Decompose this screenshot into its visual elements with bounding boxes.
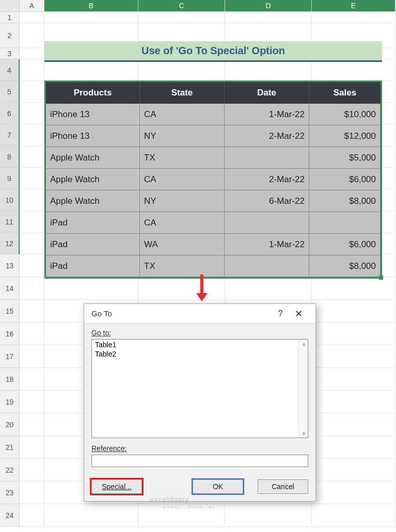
- col-header-B[interactable]: B: [44, 0, 138, 11]
- cell-date[interactable]: 1-Mar-22: [225, 234, 309, 255]
- cell-state[interactable]: TX: [140, 147, 225, 169]
- row-header-3[interactable]: 3: [0, 48, 20, 59]
- row-header-1[interactable]: 1: [0, 12, 20, 23]
- col-header-E[interactable]: E: [312, 0, 395, 11]
- cell-product[interactable]: Apple Watch: [46, 190, 140, 212]
- cell[interactable]: [20, 345, 44, 368]
- col-header-A[interactable]: A: [20, 0, 44, 11]
- col-header-D[interactable]: D: [225, 0, 312, 11]
- cell[interactable]: [20, 368, 44, 391]
- cell[interactable]: [312, 300, 395, 323]
- col-header-C[interactable]: C: [138, 0, 225, 11]
- cell[interactable]: [44, 59, 138, 81]
- list-item[interactable]: Table2: [95, 350, 305, 359]
- cell-product[interactable]: iPhone 13: [46, 104, 140, 125]
- dialog-titlebar[interactable]: Go To ? ✕: [84, 304, 315, 324]
- cell[interactable]: [20, 323, 44, 345]
- cell-product[interactable]: iPhone 13: [46, 125, 140, 147]
- cell-state[interactable]: CA: [140, 104, 225, 125]
- cell-date[interactable]: 1-Mar-22: [225, 104, 309, 125]
- cell[interactable]: [20, 12, 44, 23]
- cell[interactable]: [312, 481, 395, 504]
- cell[interactable]: [20, 189, 44, 211]
- row-header-11[interactable]: 11: [0, 211, 20, 233]
- cell[interactable]: [44, 504, 138, 527]
- row-header-22[interactable]: 22: [0, 459, 20, 481]
- cell[interactable]: [312, 59, 395, 81]
- cell[interactable]: [20, 23, 44, 48]
- row-header-8[interactable]: 8: [0, 146, 20, 168]
- cancel-button[interactable]: Cancel: [258, 479, 308, 494]
- cell[interactable]: [225, 277, 312, 300]
- cell-state[interactable]: CA: [140, 169, 225, 190]
- cell-sales[interactable]: $12,000: [309, 125, 381, 147]
- cell[interactable]: [20, 391, 44, 413]
- cell[interactable]: [312, 345, 395, 368]
- row-header-23[interactable]: 23: [0, 481, 20, 504]
- select-all-corner[interactable]: [0, 0, 20, 11]
- special-button[interactable]: Special...: [91, 479, 142, 494]
- cell-sales[interactable]: $6,000: [309, 234, 381, 255]
- cell[interactable]: [20, 277, 44, 300]
- cell-product[interactable]: iPad: [46, 212, 140, 234]
- cell[interactable]: [138, 59, 225, 81]
- row-header-5[interactable]: 5: [0, 81, 20, 103]
- ok-button[interactable]: OK: [193, 479, 243, 494]
- cell[interactable]: [20, 233, 44, 254]
- cell-sales[interactable]: $5,000: [309, 147, 381, 169]
- cell-product[interactable]: iPad: [46, 234, 140, 255]
- cell[interactable]: [20, 504, 44, 527]
- cell[interactable]: [20, 168, 44, 189]
- cell[interactable]: [20, 103, 44, 124]
- cell[interactable]: [44, 277, 138, 300]
- cell[interactable]: [20, 48, 44, 59]
- cell[interactable]: [312, 323, 395, 345]
- scrollbar[interactable]: ∧ ∨: [298, 340, 308, 438]
- row-header-2[interactable]: 2: [0, 23, 20, 48]
- cell[interactable]: [312, 12, 395, 23]
- cell-product[interactable]: iPad: [46, 255, 140, 277]
- cell[interactable]: [225, 12, 312, 23]
- goto-listbox[interactable]: Table1 Table2 ∧ ∨: [91, 339, 308, 438]
- cell-date[interactable]: [225, 212, 309, 234]
- row-header-14[interactable]: 14: [0, 277, 20, 300]
- row-header-20[interactable]: 20: [0, 413, 20, 436]
- cell-state[interactable]: NY: [140, 190, 225, 212]
- cell[interactable]: [20, 81, 44, 103]
- cell[interactable]: [312, 504, 395, 527]
- cell[interactable]: [20, 254, 44, 277]
- cell[interactable]: [225, 504, 312, 527]
- cell-state[interactable]: CA: [140, 212, 225, 234]
- cell-sales[interactable]: $6,000: [309, 169, 381, 190]
- cell-product[interactable]: Apple Watch: [46, 169, 140, 190]
- cell-sales[interactable]: [309, 212, 381, 234]
- close-icon[interactable]: ✕: [289, 306, 308, 321]
- row-header-18[interactable]: 18: [0, 368, 20, 391]
- chevron-down-icon[interactable]: ∨: [299, 428, 308, 438]
- cell-date[interactable]: 6-Mar-22: [225, 190, 309, 212]
- row-header-19[interactable]: 19: [0, 391, 20, 413]
- row-header-17[interactable]: 17: [0, 345, 20, 368]
- cell[interactable]: [20, 300, 44, 323]
- cell-date[interactable]: 2-Mar-22: [225, 125, 309, 147]
- cell[interactable]: [20, 481, 44, 504]
- selection-handle[interactable]: [379, 276, 383, 280]
- cell[interactable]: [20, 59, 44, 81]
- row-header-4[interactable]: 4: [0, 59, 20, 81]
- row-header-12[interactable]: 12: [0, 233, 20, 254]
- cell[interactable]: [138, 12, 225, 23]
- row-header-15[interactable]: 15: [0, 300, 20, 323]
- cell-date[interactable]: [225, 255, 309, 277]
- cell[interactable]: [20, 436, 44, 459]
- cell-sales[interactable]: $8,000: [309, 190, 381, 212]
- cell[interactable]: [225, 59, 312, 81]
- row-header-10[interactable]: 10: [0, 189, 20, 211]
- row-header-13[interactable]: 13: [0, 254, 20, 277]
- cell[interactable]: [20, 459, 44, 481]
- cell[interactable]: [312, 413, 395, 436]
- cell-state[interactable]: NY: [140, 125, 225, 147]
- cell[interactable]: [312, 459, 395, 481]
- cell[interactable]: [20, 146, 44, 168]
- cell[interactable]: [312, 391, 395, 413]
- cell[interactable]: [20, 413, 44, 436]
